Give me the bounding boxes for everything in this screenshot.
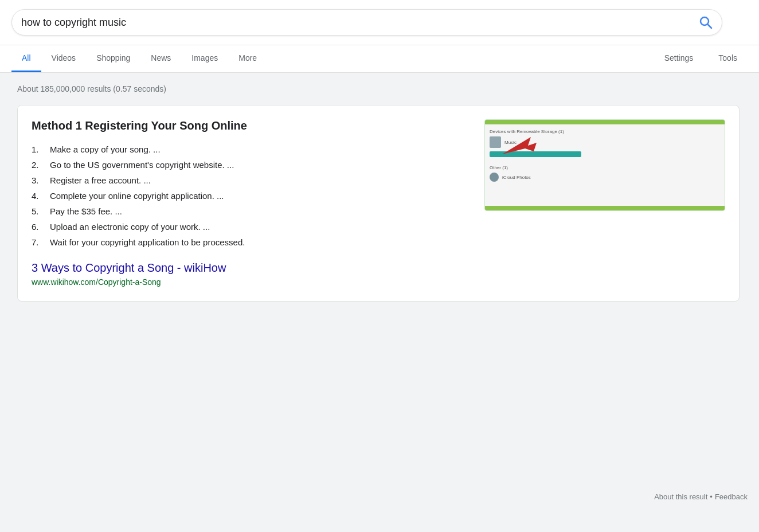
tabs-right: Settings Tools	[654, 45, 748, 72]
list-item: 5.Pay the $35 fee. ...	[32, 204, 471, 219]
screenshot-other-label: Other (1)	[490, 165, 720, 170]
bottom-info: About this result • Feedback	[0, 486, 759, 508]
snippet-link-title[interactable]: 3 Ways to Copyright a Song - wikiHow	[32, 261, 471, 275]
tab-tools[interactable]: Tools	[708, 45, 748, 72]
tab-more[interactable]: More	[228, 45, 267, 72]
feedback-link[interactable]: Feedback	[715, 492, 748, 501]
list-item: 7.Wait for your copyright application to…	[32, 234, 471, 250]
search-button[interactable]	[699, 15, 713, 29]
list-item: 4.Complete your online copyright applica…	[32, 188, 471, 204]
red-arrow-icon	[502, 137, 537, 160]
screenshot-small-icon	[490, 173, 499, 182]
results-info: About 185,000,000 results (0.57 seconds)	[17, 84, 742, 93]
screenshot-content: Devices with Removable Storage (1) Music…	[485, 124, 725, 189]
search-input-wrapper	[11, 9, 722, 36]
list-item: 2.Go to the US government's copyright we…	[32, 157, 471, 173]
featured-snippet: Method 1 Registering Your Song Online 1.…	[17, 105, 740, 302]
tab-videos[interactable]: Videos	[41, 45, 87, 72]
tab-images[interactable]: Images	[181, 45, 228, 72]
screenshot-header-label: Devices with Removable Storage (1)	[490, 129, 720, 134]
snippet-title: Method 1 Registering Your Song Online	[32, 119, 471, 132]
about-result-link[interactable]: About this result	[654, 492, 707, 501]
snippet-content: Method 1 Registering Your Song Online 1.…	[32, 119, 471, 287]
snippet-footer: 3 Ways to Copyright a Song - wikiHow www…	[32, 261, 471, 287]
list-item: 6.Upload an electronic copy of your work…	[32, 219, 471, 234]
list-item: 1.Make a copy of your song. ...	[32, 142, 471, 157]
svg-marker-2	[502, 137, 537, 154]
fake-screenshot: Devices with Removable Storage (1) Music…	[485, 120, 725, 210]
decorative-bar	[485, 120, 725, 124]
svg-line-1	[708, 25, 712, 29]
snippet-steps-list: 1.Make a copy of your song. ... 2.Go to …	[32, 142, 471, 250]
tab-news[interactable]: News	[140, 45, 181, 72]
decorative-bar-bottom	[485, 206, 725, 210]
search-input[interactable]	[21, 17, 699, 29]
snippet-image: Devices with Removable Storage (1) Music…	[484, 119, 725, 211]
search-icon	[699, 15, 713, 29]
screenshot-row-1: Music	[490, 136, 720, 148]
main-content: About 185,000,000 results (0.57 seconds)…	[0, 73, 759, 486]
screenshot-icon	[490, 136, 501, 148]
tab-all[interactable]: All	[11, 45, 41, 72]
search-bar-container	[0, 0, 759, 45]
separator: •	[710, 492, 713, 501]
list-item: 3.Register a free account. ...	[32, 173, 471, 188]
tabs-container: All Videos Shopping News Images More Set…	[0, 45, 759, 73]
tabs-left: All Videos Shopping News Images More	[11, 45, 654, 72]
screenshot-row-3: iCloud Photos	[490, 173, 720, 182]
snippet-url: www.wikihow.com/Copyright-a-Song	[32, 277, 161, 287]
screenshot-row-text-2: iCloud Photos	[502, 175, 531, 180]
spacer	[490, 159, 720, 165]
tab-shopping[interactable]: Shopping	[86, 45, 140, 72]
tab-settings[interactable]: Settings	[654, 45, 704, 72]
